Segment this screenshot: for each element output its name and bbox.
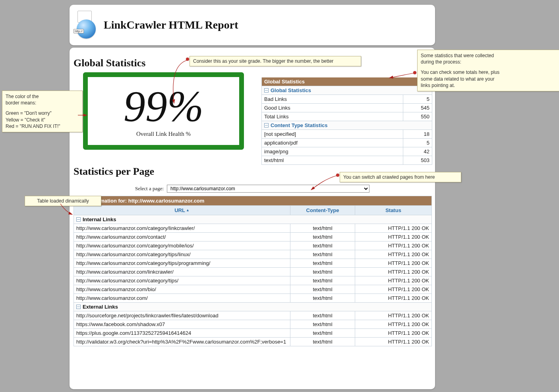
internal-links-label: Internal Links (83, 216, 116, 222)
link-status: HTTP/1.1 200 OK (355, 233, 431, 241)
link-url[interactable]: https://plus.google.com/1137325272594164… (74, 329, 290, 337)
report-body: Global Statistics 99% Overall Link Healt… (70, 48, 435, 389)
link-row: http://www.carlosumanzor.com/category/li… (74, 224, 431, 232)
note-line: during the process: (421, 59, 559, 65)
content-type-stats-group[interactable]: Content Type Statistics (262, 121, 432, 129)
collapse-icon[interactable] (76, 305, 81, 309)
sort-asc-icon: ▲ (186, 208, 190, 212)
link-url[interactable]: http://www.carlosumanzor.com/category/ti… (74, 276, 290, 285)
stats-row: application/pdf5 (262, 138, 432, 147)
link-content-type: text/html (290, 259, 355, 267)
column-content-type[interactable]: Content-Type (290, 206, 355, 215)
stats-key: [not specified] (262, 130, 403, 138)
external-links-label: External Links (83, 304, 118, 310)
link-url[interactable]: http://www.carlosumanzor.com/category/li… (74, 224, 290, 232)
note-site-grade: Consider this as your site grade. The bi… (190, 56, 361, 66)
stats-value: 5 (403, 139, 432, 147)
column-status[interactable]: Status (355, 206, 431, 215)
link-url[interactable]: http://sourceforge.net/projects/linkcraw… (74, 311, 290, 320)
link-status: HTTP/1.1 200 OK (355, 268, 431, 276)
collapse-icon[interactable] (76, 217, 81, 222)
link-url[interactable]: https://www.facebook.com/shadow.x07 (74, 320, 290, 328)
link-row: http://www.carlosumanzor.com/bio/text/ht… (74, 285, 431, 294)
link-content-type: text/html (290, 320, 355, 328)
global-stats-group-label: Global Statistics (271, 87, 311, 93)
stats-value: 503 (403, 156, 432, 164)
link-content-type: text/html (290, 329, 355, 337)
note-line: The color of the (6, 93, 79, 100)
link-row: http://www.carlosumanzor.com/category/mo… (74, 241, 431, 250)
link-content-type: text/html (290, 276, 355, 285)
stats-row: Bad Links5 (262, 95, 432, 103)
link-status: HTTP/1.1 200 OK (355, 320, 431, 328)
link-url[interactable]: http://www.carlosumanzor.com/category/mo… (74, 241, 290, 250)
column-url[interactable]: URL▲ (74, 206, 290, 215)
note-page-switch: You can switch all crawled pages from he… (340, 172, 461, 182)
health-score-label: Overall Link Health % (136, 131, 191, 137)
link-url[interactable]: http://www.carlosumanzor.com/bio/ (74, 285, 290, 294)
note-line: Yellow = "Check it" (6, 117, 79, 123)
link-content-type: text/html (290, 294, 355, 302)
global-stats-header: Global Statistics (262, 77, 432, 86)
collapse-icon[interactable] (264, 123, 269, 127)
link-status: HTTP/1.1 200 OK (355, 250, 431, 259)
stats-value: 550 (403, 112, 432, 121)
stats-value: 42 (403, 147, 432, 156)
link-status: HTTP/1.1 200 OK (355, 311, 431, 320)
callout-dot-icon (336, 174, 339, 177)
page-title: LinkCrawler HTML Report (104, 19, 238, 31)
stats-row: text/html503 (262, 156, 432, 164)
health-score-value: 99% (124, 85, 204, 128)
stats-key: Bad Links (262, 95, 403, 103)
link-url[interactable]: http://validator.w3.org/check?uri=http%3… (74, 338, 290, 346)
stats-value: 18 (403, 130, 432, 138)
stats-value: 545 (403, 104, 432, 112)
external-links-group[interactable]: External Links (74, 302, 431, 311)
link-content-type: text/html (290, 285, 355, 294)
link-url[interactable]: http://www.carlosumanzor.com/ (74, 294, 290, 302)
link-status: HTTP/1.1 200 OK (355, 294, 431, 302)
report-header: http:// LinkCrawler HTML Report (70, 5, 435, 45)
column-url-label: URL (174, 207, 185, 213)
link-content-type: text/html (290, 241, 355, 250)
link-status: HTTP/1.1 200 OK (355, 259, 431, 267)
link-row: http://www.carlosumanzor.com/linkcrawler… (74, 267, 431, 276)
note-stats: Some statistics that were collected duri… (417, 50, 559, 91)
link-content-type: text/html (290, 233, 355, 241)
link-status: HTTP/1.1 200 OK (355, 285, 431, 294)
link-status: HTTP/1.1 200 OK (355, 338, 431, 346)
link-content-type: text/html (290, 224, 355, 232)
stats-key: image/png (262, 147, 403, 156)
link-url[interactable]: http://www.carlosumanzor.com/contact/ (74, 233, 290, 241)
note-line: You can check some totals here, plus (421, 69, 559, 75)
stats-row: Good Links545 (262, 103, 432, 112)
global-stats-group[interactable]: Global Statistics (262, 86, 432, 95)
link-url[interactable]: http://www.carlosumanzor.com/category/ti… (74, 250, 290, 259)
url-tag-icon: http:// (74, 29, 84, 33)
link-url[interactable]: http://www.carlosumanzor.com/category/ti… (74, 259, 290, 267)
link-status: HTTP/1.1 200 OK (355, 224, 431, 232)
link-row: http://www.carlosumanzor.com/contact/tex… (74, 232, 431, 241)
callout-dot-icon (413, 71, 416, 74)
stats-key: text/html (262, 156, 403, 164)
global-stats-table: Global Statistics Global Statistics Bad … (261, 77, 432, 165)
link-url[interactable]: http://www.carlosumanzor.com/linkcrawler… (74, 268, 290, 276)
link-row: http://www.carlosumanzor.com/category/ti… (74, 250, 431, 259)
link-row: http://sourceforge.net/projects/linkcraw… (74, 311, 431, 320)
page-selector-label: Select a page: (135, 185, 164, 192)
link-info-header: Link information for: http://www.carlosu… (74, 196, 431, 205)
note-line: Green = "Don't worry" (6, 110, 79, 116)
stats-key: Good Links (262, 104, 403, 112)
collapse-icon[interactable] (264, 88, 269, 93)
note-line: border means: (6, 100, 79, 106)
stats-key: application/pdf (262, 139, 403, 147)
internal-links-group[interactable]: Internal Links (74, 215, 431, 224)
page-selector[interactable]: http://www.carlosumanzor.com (167, 185, 369, 193)
link-content-type: text/html (290, 268, 355, 276)
stats-value: 5 (403, 95, 432, 103)
health-score-box: 99% Overall Link Health % (83, 72, 244, 150)
stats-key: Total Links (262, 112, 403, 121)
link-content-type: text/html (290, 338, 355, 346)
note-dynamic-table: Table loaded dinamically (25, 196, 101, 206)
stats-row: [not specified]18 (262, 129, 432, 138)
